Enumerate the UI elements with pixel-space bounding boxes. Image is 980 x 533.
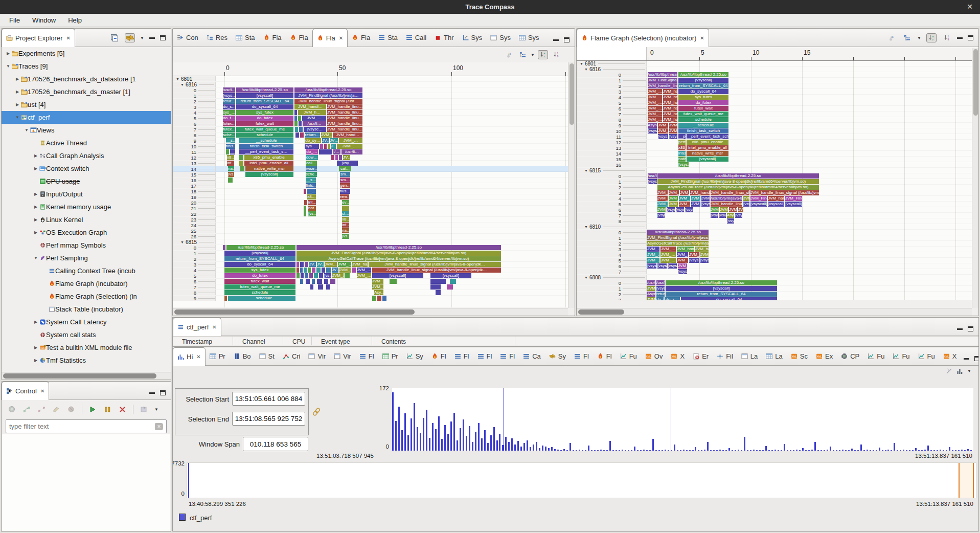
histogram-tab-ex[interactable]: XMLEx: [812, 347, 837, 365]
flame-row-6816-6[interactable]: 6JVM_…JVM_handle…futex_wait: [577, 106, 978, 112]
flame-bar[interactable]: [vsys…: [727, 218, 734, 224]
flame-bar[interactable]: /usr/lib/libpthread-2.25.so: [657, 173, 819, 179]
flame-bar[interactable]: [317, 279, 322, 284]
histogram-menu-caret[interactable]: ▼: [967, 369, 971, 373]
flame-bar[interactable]: [vsys…: [719, 213, 726, 218]
flame-bar[interactable]: [294, 116, 297, 121]
scroll-thumb[interactable]: [3, 373, 156, 379]
histogram-tab-la[interactable]: La: [737, 347, 762, 365]
flame-bar[interactable]: [447, 284, 453, 290]
flame-bar[interactable]: JVM_…: [657, 202, 668, 207]
flame-row-6815-6[interactable]: 6JVM_…[vsys…[vsys…[vsys…JVM_…JVM_…JVM_…J…: [577, 207, 978, 213]
flamechart-tab-sta[interactable]: Sta: [374, 29, 402, 47]
flame-bar[interactable]: [345, 273, 350, 278]
tree-item-perf-mmap-symbols[interactable]: Perf mmap Symbols: [2, 239, 171, 252]
flame-bar[interactable]: return_from_SYSCALL_64: [666, 292, 777, 297]
flame-bar[interactable]: cal…: [339, 166, 351, 171]
minimize-button[interactable]: [957, 37, 963, 39]
flame-bar[interactable]: intel_pmu_enable_all: [244, 161, 293, 166]
chevron-right-icon[interactable]: ▶: [32, 153, 39, 158]
flame-bar[interactable]: [vsyscall]: [750, 202, 767, 207]
flame-bar[interactable]: [vsys…: [689, 258, 699, 263]
link-with-editor-button[interactable]: [125, 33, 135, 42]
selection-end-input[interactable]: 13:51:08.565 925 752: [232, 412, 305, 426]
tree-item-linux-kernel[interactable]: ▶Linux Kernel: [2, 213, 171, 226]
flame-bar[interactable]: return…: [305, 132, 320, 138]
flame-bar[interactable]: JVM_…: [689, 252, 699, 257]
destroy-session-button[interactable]: [67, 406, 76, 413]
flame-bar[interactable]: [vsys…: [676, 207, 684, 212]
flame-bar[interactable]: /usr/lib/libpthread-2…: [648, 72, 677, 77]
flame-row-6816-14[interactable]: 14intel_…native_write_msr: [577, 151, 978, 157]
flame-bar[interactable]: [308, 268, 311, 273]
histogram-tab-x[interactable]: XMLX: [667, 347, 689, 365]
flame-row-6816-21[interactable]: 21nat…__…: [173, 206, 575, 211]
flame-bar[interactable]: do_syscall_64: [224, 262, 295, 267]
column-header-cpu[interactable]: CPU: [283, 337, 312, 345]
flame-bar[interactable]: JVM_…: [337, 144, 362, 149]
flame-bar[interactable]: [vsy…: [337, 161, 358, 166]
flame-bar[interactable]: JVM_…: [357, 268, 371, 273]
flame-bar[interactable]: /usr/lib/jvm/java-8-openjdk/j…: [711, 196, 742, 201]
flame-bar[interactable]: JVM_…: [669, 202, 678, 207]
flame-bar[interactable]: /usr/lib/libpthread-2.25.so: [226, 245, 295, 250]
flame-row-6816-5[interactable]: 5do_f…do_futexJVM_…JVM_handle_linu…: [173, 116, 575, 121]
flamechart-tab-sys[interactable]: Sys: [458, 29, 487, 47]
chevron-down-icon[interactable]: ▼: [14, 115, 21, 120]
flame-bar[interactable]: Asy…: [374, 290, 383, 295]
disconnect-button[interactable]: [37, 406, 46, 413]
flame-row-6810-4[interactable]: 4JVM_…JVM_…JVM_…JVM_…JVM_…: [577, 252, 978, 258]
close-icon[interactable]: ✕: [212, 324, 216, 330]
flame-bar[interactable]: [390, 279, 397, 284]
flame-row-6816-9[interactable]: 9__s…__scheduledo_sy…JV…JV…JVM_…: [173, 138, 575, 144]
flame-bar[interactable]: /usr/li…: [303, 121, 326, 126]
histogram-tab-fu[interactable]: Fu: [914, 347, 939, 365]
chevron-right-icon[interactable]: ▶: [32, 230, 39, 235]
flame-bar[interactable]: JVM_…: [679, 196, 690, 201]
vertical-scrollbar[interactable]: [568, 62, 575, 308]
flame-bar[interactable]: JVM_…: [669, 196, 678, 201]
flame-bar[interactable]: Asyn…: [647, 292, 655, 297]
tree-item-stack-table-incubator[interactable]: Stack Table (incubator): [2, 303, 171, 316]
flame-bar[interactable]: int…: [342, 223, 349, 228]
histogram-tab-pr[interactable]: Pr: [378, 347, 402, 365]
flame-bar[interactable]: JVM_handle_linu…: [327, 116, 362, 121]
flame-row-6816-11[interactable]: 11[vsys…[vsys…__per…__perf_event_task_sc…: [577, 134, 978, 140]
selection-marker[interactable]: [671, 388, 671, 451]
flame-bar[interactable]: __perf_event_task_s…: [239, 149, 293, 154]
tree-item-ctf-perf[interactable]: ▼ctf_perf: [2, 111, 171, 124]
flame-row-6816-19[interactable]: 19x8…rem…: [173, 194, 575, 200]
flame-bar[interactable]: futex…: [223, 127, 235, 132]
flame-bar[interactable]: [352, 268, 356, 273]
histogram-tab-fil[interactable]: Fil: [713, 347, 737, 365]
collapse-caret[interactable]: ▼: [584, 225, 588, 229]
tree-item-context-switch[interactable]: ▶Context switch: [2, 162, 171, 175]
flame-bar[interactable]: JVM_handle…: [663, 117, 677, 122]
histogram-tab-ov[interactable]: XMLOv: [641, 347, 667, 365]
flame-row-6816-10[interactable]: 10finis…finish_task_switchsys_…J…JVM_…: [173, 144, 575, 149]
flame-row-6816-11[interactable]: 11__…__perf_event_task_s…do_…/…/usr/li…: [173, 149, 575, 155]
flame-bar[interactable]: __s…: [226, 138, 235, 143]
flame-bar[interactable]: JVM_…: [660, 258, 676, 263]
collapse-caret[interactable]: ▼: [584, 68, 588, 71]
flame-bar[interactable]: JVM_…: [677, 252, 688, 257]
flame-bar[interactable]: [436, 290, 441, 295]
flamechart-tab-con[interactable]: Con: [173, 29, 202, 47]
flamechart-tab-res[interactable]: Res: [202, 29, 232, 47]
flame-bar[interactable]: JVM_…: [669, 128, 677, 134]
flame-bar[interactable]: [299, 121, 302, 126]
tab-project-explorer[interactable]: Project Explorer ✕: [2, 29, 75, 47]
flame-bar[interactable]: sys_…: [223, 110, 235, 115]
flame-bar[interactable]: [299, 127, 303, 132]
flame-bar[interactable]: [430, 284, 441, 290]
flame-row-6816-26[interactable]: 26[vs…: [173, 234, 575, 239]
flame-bar[interactable]: [vsys…: [657, 263, 667, 269]
flame-bar[interactable]: return_from_SYSCALL_64: [236, 99, 293, 104]
flame-bar[interactable]: JV…: [322, 138, 329, 143]
flame-bar[interactable]: [223, 245, 225, 250]
flame-bar[interactable]: native…: [678, 157, 686, 162]
histogram-tab-fl[interactable]: Fl: [427, 347, 450, 365]
flame-bar[interactable]: do_sy…: [656, 297, 664, 300]
flame-row-6816-15[interactable]: 15native…[vsyscall]: [577, 157, 978, 162]
flame-bar[interactable]: na…: [342, 228, 349, 233]
